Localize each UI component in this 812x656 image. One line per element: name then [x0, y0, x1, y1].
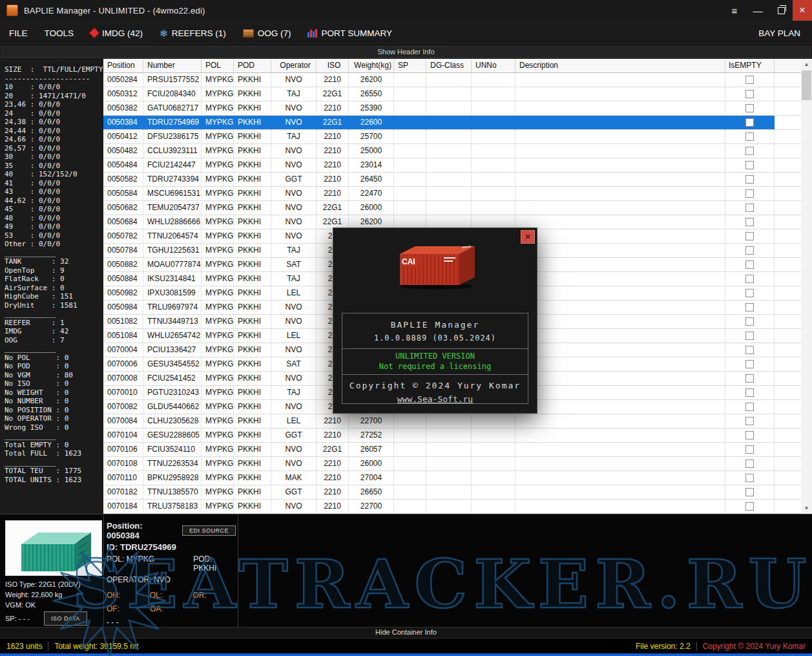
- table-row[interactable]: 0050582TDRU2743394MYPKGPKKHIGGT221026450: [103, 173, 801, 187]
- table-row[interactable]: 0050284PRSU1577552MYPKGPKKHINVO221026200: [103, 73, 801, 87]
- table-row[interactable]: 0050312FCIU2084340MYPKGPKKHITAJ22G126550: [103, 87, 801, 101]
- isempty-checkbox[interactable]: [745, 417, 754, 425]
- isempty-checkbox[interactable]: [745, 189, 754, 198]
- cell-desc: [515, 357, 725, 372]
- isempty-checkbox[interactable]: [745, 204, 754, 212]
- isempty-checkbox[interactable]: [745, 289, 754, 297]
- isempty-checkbox[interactable]: [745, 303, 754, 312]
- iso-data-button[interactable]: ISO DATA: [44, 611, 87, 626]
- scroll-down-icon[interactable]: ▼: [801, 503, 812, 514]
- isempty-checkbox[interactable]: [745, 332, 754, 340]
- cell-sp: [394, 173, 426, 187]
- isempty-checkbox[interactable]: [745, 431, 754, 439]
- cell-filler: [775, 258, 801, 272]
- isempty-checkbox[interactable]: [745, 260, 754, 269]
- edi-source-button[interactable]: EDI SOURCE: [182, 525, 236, 536]
- isempty-checkbox[interactable]: [745, 460, 754, 468]
- column-header-number[interactable]: Number: [143, 59, 202, 73]
- table-row[interactable]: 0070084CLHU2305628MYPKGPKKHILEL221022700: [103, 414, 801, 429]
- column-header-dg-class[interactable]: DG-Class: [426, 59, 472, 73]
- table-row[interactable]: 0050584MSCU6961531MYPKGPKKHINVO221022470: [103, 187, 801, 201]
- scroll-up-icon[interactable]: ▲: [801, 59, 812, 70]
- isempty-checkbox[interactable]: [745, 175, 754, 184]
- hamburger-menu-icon[interactable]: ≡: [723, 0, 746, 21]
- cell-op: NVO: [271, 500, 317, 514]
- cell-wt: 25390: [349, 101, 394, 116]
- cell-pod: PKKHI: [234, 87, 271, 101]
- cell-sp: [394, 101, 426, 116]
- menu-port-summary[interactable]: PORT SUMMARY: [307, 28, 392, 38]
- column-header-pod[interactable]: POD: [234, 59, 271, 73]
- close-button[interactable]: ×: [793, 0, 812, 21]
- table-row[interactable]: 0070106FCIU3524110MYPKGPKKHINVO22G126057: [103, 443, 801, 457]
- table-row[interactable]: 0070184TRLU3758183MYPKGPKKHINVO221022700: [103, 500, 801, 514]
- column-header-iso[interactable]: ISO: [317, 59, 349, 73]
- maximize-button[interactable]: [769, 0, 793, 21]
- column-header-position[interactable]: Position: [103, 59, 143, 73]
- isempty-checkbox[interactable]: [745, 275, 754, 283]
- cell-filler: [775, 229, 801, 244]
- isempty-checkbox[interactable]: [745, 218, 754, 226]
- menu-bay-plan[interactable]: BAY PLAN: [758, 28, 812, 38]
- imdg-diamond-icon: [89, 28, 100, 39]
- table-row[interactable]: 0050682TEMU2054737MYPKGPKKHINVO22G126000: [103, 201, 801, 215]
- table-row[interactable]: 0070182TTNU1385570MYPKGPKKHIGGT221026650: [103, 485, 801, 500]
- table-row[interactable]: 0070104GESU2288605MYPKGPKKHIGGT221027252: [103, 429, 801, 443]
- cell-dg: [426, 173, 472, 187]
- isempty-checkbox[interactable]: [745, 104, 754, 112]
- column-header-sp[interactable]: SP: [394, 59, 426, 73]
- website-link[interactable]: www.Sea-Soft.ru: [342, 394, 528, 404]
- table-row[interactable]: 0050412DFSU2386175MYPKGPKKHITAJ221025700: [103, 130, 801, 144]
- isempty-checkbox[interactable]: [745, 232, 754, 240]
- vertical-scrollbar[interactable]: ▲ ▼: [801, 59, 812, 514]
- scrollbar-thumb[interactable]: [802, 70, 811, 100]
- menu-oog[interactable]: OOG (7): [243, 28, 291, 38]
- menu-imdg[interactable]: IMDG (42): [90, 28, 143, 38]
- isempty-checkbox[interactable]: [745, 76, 754, 84]
- isempty-checkbox[interactable]: [745, 360, 754, 368]
- table-row[interactable]: 0050482CCLU3923111MYPKGPKKHINVO221025000: [103, 144, 801, 158]
- menu-tools[interactable]: TOOLS: [45, 28, 74, 38]
- column-header-operator[interactable]: Operator: [271, 59, 317, 73]
- isempty-checkbox[interactable]: [745, 374, 754, 383]
- table-row[interactable]: 0070108TTNU2263534MYPKGPKKHINVO221026000: [103, 457, 801, 471]
- isempty-checkbox[interactable]: [745, 445, 754, 454]
- show-header-info-toggle[interactable]: Show Header Info: [1, 46, 811, 58]
- hide-container-info-toggle[interactable]: Hide Container Info: [0, 627, 812, 638]
- table-row[interactable]: 0050382GATU0682717MYPKGPKKHINVO221025390: [103, 101, 801, 116]
- isempty-checkbox[interactable]: [745, 132, 754, 141]
- cell-desc: [515, 372, 725, 386]
- cell-desc: [515, 87, 725, 101]
- table-row[interactable]: 0050484FCIU2142447MYPKGPKKHINVO221023014: [103, 158, 801, 173]
- table-row[interactable]: 0050384TDRU2754969MYPKGPKKHINVO22G122600: [103, 116, 801, 130]
- isempty-checkbox[interactable]: [745, 161, 754, 169]
- dialog-close-button[interactable]: ×: [521, 230, 535, 244]
- about-info-panel: BAPLIE Manager 1.0.0.8889 (03.05.2024) U…: [342, 313, 528, 404]
- column-header-description[interactable]: Description: [515, 59, 725, 73]
- cell-pos: 0050582: [103, 173, 143, 187]
- cell-sp: [394, 201, 426, 215]
- column-header-isempty[interactable]: IsEMPTY: [725, 59, 775, 73]
- minimize-button[interactable]: —: [746, 0, 769, 21]
- isempty-checkbox[interactable]: [745, 246, 754, 255]
- isempty-checkbox[interactable]: [745, 90, 754, 98]
- isempty-checkbox[interactable]: [745, 346, 754, 354]
- isempty-checkbox[interactable]: [745, 147, 754, 155]
- column-header-pol[interactable]: POL: [202, 59, 234, 73]
- isempty-checkbox[interactable]: [745, 118, 754, 127]
- column-header-unno[interactable]: UNNo: [472, 59, 515, 73]
- isempty-checkbox[interactable]: [745, 502, 754, 511]
- menu-file[interactable]: FILE: [9, 28, 28, 38]
- isempty-checkbox[interactable]: [745, 388, 754, 397]
- isempty-checkbox[interactable]: [745, 317, 754, 326]
- isempty-checkbox[interactable]: [745, 403, 754, 411]
- cell-desc: [515, 386, 725, 400]
- of-label: OF:: [107, 604, 150, 613]
- table-row[interactable]: 0070110BPKU2958928MYPKGPKKHIMAK221027004: [103, 471, 801, 485]
- cell-pos: 0070110: [103, 471, 143, 485]
- menu-reefers[interactable]: ❄ REEFERS (1): [160, 28, 226, 38]
- cell-filler: [775, 173, 801, 187]
- column-header-weight-kg-[interactable]: Weight(kg): [349, 59, 394, 73]
- isempty-checkbox[interactable]: [745, 488, 754, 496]
- isempty-checkbox[interactable]: [745, 474, 754, 482]
